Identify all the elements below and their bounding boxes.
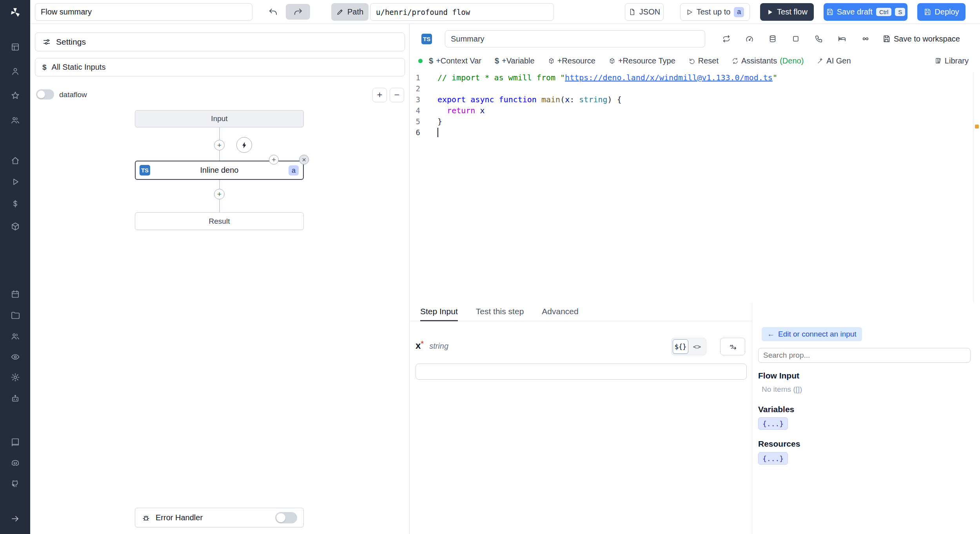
restart-loop-icon[interactable] (719, 31, 734, 47)
home-icon[interactable] (7, 152, 24, 169)
tab-advanced[interactable]: Advanced (542, 303, 578, 321)
windmill-flow-editor: Path JSON Test up to a Test flow Save dr… (0, 0, 980, 534)
test-flow-button[interactable]: Test flow (760, 3, 814, 21)
reset-icon (689, 58, 695, 64)
resources-heading: Resources (758, 439, 800, 449)
step-summary-input[interactable] (445, 30, 705, 47)
save-draft-label: Save draft (837, 7, 873, 16)
dataflow-toggle[interactable] (36, 89, 54, 100)
error-handler-toggle[interactable] (275, 512, 297, 523)
discord-icon[interactable] (7, 454, 24, 472)
arg-row: x * string (416, 340, 448, 351)
test-up-to-button[interactable]: Test up to a (680, 3, 750, 21)
node-step-id-badge: a (289, 165, 299, 176)
deploy-save-icon (924, 8, 931, 16)
add-resource-button[interactable]: +Resource (548, 56, 595, 65)
arg-required-mark: * (421, 339, 424, 348)
cube-icon[interactable] (7, 218, 24, 235)
flow-input-heading: Flow Input (758, 371, 799, 380)
search-prop-input[interactable] (758, 348, 971, 363)
insert-step-button-bottom[interactable]: + (214, 189, 225, 199)
resources-object-badge[interactable]: {...} (758, 452, 788, 465)
node-input[interactable]: Input (135, 110, 304, 127)
step-bottom-panel: Step Input Test this step Advanced x * s… (410, 303, 980, 534)
code-editor[interactable]: 1// import * as wmill from "https://deno… (410, 72, 980, 303)
github-icon[interactable] (7, 475, 24, 492)
code-mode-button[interactable]: <> (689, 339, 705, 354)
folder-icon[interactable] (7, 307, 24, 324)
reset-label: Reset (698, 56, 719, 65)
zoom-out-button[interactable]: − (390, 88, 404, 102)
add-variable-button[interactable]: $+Variable (495, 56, 535, 65)
sleep-icon[interactable] (834, 31, 850, 47)
gear-icon[interactable] (7, 369, 24, 386)
tab-test-this-step[interactable]: Test this step (476, 303, 524, 321)
dollar-icon[interactable] (7, 195, 24, 212)
reset-button[interactable]: Reset (689, 56, 719, 65)
add-context-var-button[interactable]: $+Context Var (429, 56, 481, 65)
overview-ruler-marker (975, 125, 979, 129)
phone-icon[interactable] (811, 31, 827, 47)
flow-settings-button[interactable]: Settings (35, 33, 405, 51)
users-icon[interactable] (7, 112, 24, 129)
arg-value-input[interactable] (416, 364, 747, 380)
editor-scrollbar[interactable] (973, 72, 974, 303)
step-editor-panel: TS Save to workspace $+Context Var $+Var… (410, 24, 980, 534)
add-resource-type-button[interactable]: +Resource Type (609, 56, 675, 65)
json-button[interactable]: JSON (625, 3, 664, 21)
bolt-icon (241, 141, 248, 149)
user-icon[interactable] (7, 63, 24, 80)
ai-gen-button[interactable]: AI Gen (817, 56, 851, 65)
eye-icon[interactable] (7, 348, 24, 366)
windmill-logo-icon[interactable] (7, 4, 24, 21)
dollar-mini-icon: $ (495, 56, 499, 65)
path-input[interactable] (370, 3, 554, 21)
node-ts-badge: TS (140, 165, 150, 176)
group-icon[interactable] (7, 328, 24, 345)
redo-button[interactable] (286, 4, 310, 20)
bug-icon (142, 513, 151, 522)
node-inline-deno-label: Inline deno (200, 166, 239, 175)
book-icon[interactable] (7, 434, 24, 451)
robot-icon[interactable] (7, 390, 24, 407)
node-result[interactable]: Result (135, 212, 304, 230)
all-static-inputs-button[interactable]: $ All Static Inputs (35, 58, 405, 76)
zoom-in-button[interactable]: + (372, 88, 387, 102)
trigger-bolt-button[interactable] (236, 137, 252, 153)
path-button-label: Path (347, 7, 363, 16)
infinity-icon[interactable] (858, 31, 873, 47)
gauge-icon[interactable] (742, 31, 757, 47)
assistants-button[interactable]: Assistants(Deno) (732, 56, 804, 65)
play-icon[interactable] (7, 173, 24, 190)
library-button[interactable]: Library (935, 53, 969, 69)
error-handler-box[interactable]: Error Handler (135, 508, 304, 527)
star-icon[interactable] (7, 87, 24, 104)
insert-step-button-top[interactable]: + (214, 140, 225, 150)
wand-icon (817, 58, 824, 64)
dollar-mini-icon: $ (429, 56, 433, 65)
flow-summary-input[interactable] (35, 3, 252, 21)
database-icon[interactable] (765, 31, 780, 47)
grid-icon[interactable] (7, 38, 24, 56)
expand-arrow-icon[interactable] (7, 510, 24, 527)
deploy-label: Deploy (935, 7, 959, 16)
status-dot (418, 59, 423, 63)
variables-object-badge[interactable]: {...} (758, 417, 788, 430)
error-handler-label: Error Handler (156, 513, 203, 522)
pencil-icon (336, 8, 344, 16)
node-add-button[interactable]: + (269, 155, 279, 165)
node-delete-button[interactable]: ✕ (299, 155, 309, 165)
connect-input-button[interactable] (720, 338, 745, 355)
edit-connect-button[interactable]: ← Edit or connect an input (762, 327, 862, 341)
stop-square-icon[interactable] (788, 31, 804, 47)
assistants-label: Assistants (741, 56, 777, 65)
template-mode-button[interactable]: ${} (673, 339, 688, 354)
save-to-workspace-button[interactable]: Save to workspace (882, 31, 960, 47)
calendar-icon[interactable] (7, 286, 24, 303)
tab-step-input[interactable]: Step Input (420, 303, 458, 321)
path-button[interactable]: Path (331, 3, 368, 21)
node-inline-deno[interactable]: TS Inline deno a (135, 161, 304, 180)
save-draft-button[interactable]: Save draft Ctrl S (824, 3, 907, 21)
deploy-button[interactable]: Deploy (917, 3, 965, 21)
undo-button[interactable] (265, 4, 282, 20)
